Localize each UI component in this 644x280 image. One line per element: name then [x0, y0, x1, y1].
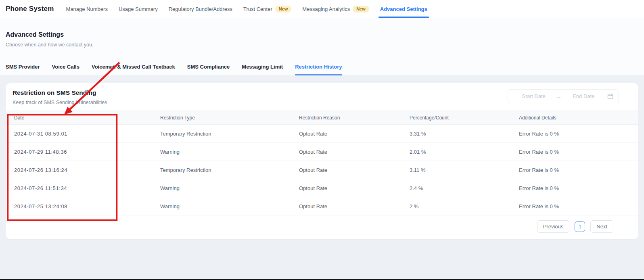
tab-sms-provider[interactable]: SMS Provider [6, 64, 40, 75]
new-badge: New [275, 6, 292, 13]
column-header-additional-details: Additional Details [510, 115, 638, 121]
top-navigation: Phone System Manage Numbers Usage Summar… [0, 0, 644, 18]
cell-percentage-count: 3.31 % [401, 131, 510, 137]
nav-item-label: Advanced Settings [380, 6, 427, 12]
cell-date: 2024-07-26 11:51:34 [6, 185, 152, 191]
tab-voice-calls[interactable]: Voice Calls [52, 64, 79, 75]
column-header-date: Date [6, 115, 152, 121]
previous-page-button[interactable]: Previous [537, 220, 570, 233]
card-header: Restriction on SMS Sending Keep track of… [6, 83, 638, 111]
nav-item-label: Trust Center [243, 6, 272, 12]
cell-restriction-reason: Optout Rate [291, 167, 401, 173]
cell-restriction-type: Temporary Restriction [152, 167, 291, 173]
nav-item-regulatory-bundle-address[interactable]: Regulatory Bundle/Address [169, 0, 232, 18]
table-row: 2024-07-31 08:59:01 Temporary Restrictio… [6, 125, 638, 143]
cell-restriction-type: Warning [152, 185, 291, 191]
table-row: 2024-07-26 13:16:24 Temporary Restrictio… [6, 161, 638, 179]
card-title-block: Restriction on SMS Sending Keep track of… [13, 89, 107, 105]
arrow-right-icon: → [554, 93, 563, 100]
app-title: Phone System [6, 5, 54, 13]
restriction-history-card: Restriction on SMS Sending Keep track of… [6, 83, 638, 239]
cell-additional-details: Error Rate is 0 % [510, 185, 638, 191]
card-subtitle: Keep track of SMS Sending Vulnerabilitie… [13, 100, 107, 105]
cell-percentage-count: 2.01 % [401, 149, 510, 155]
page-subtitle: Choose when and how we contact you. [6, 42, 644, 48]
table-row: 2024-07-29 11:48:36 Warning Optout Rate … [6, 143, 638, 161]
date-range-picker[interactable]: Start Date → End Date [508, 89, 619, 103]
nav-item-manage-numbers[interactable]: Manage Numbers [66, 0, 108, 18]
table-body: 2024-07-31 08:59:01 Temporary Restrictio… [6, 125, 638, 215]
cell-additional-details: Error Rate is 0 % [510, 203, 638, 209]
new-badge: New [353, 6, 369, 13]
table-row: 2024-07-25 13:24:08 Warning Optout Rate … [6, 197, 638, 215]
cell-additional-details: Error Rate is 0 % [510, 167, 638, 173]
cell-percentage-count: 2 % [401, 203, 510, 209]
cell-restriction-reason: Optout Rate [291, 185, 401, 191]
end-date-input[interactable]: End Date [563, 93, 604, 99]
card-title: Restriction on SMS Sending [13, 89, 107, 96]
table-header-row: Date Restriction Type Restriction Reason… [6, 111, 638, 125]
page-number-button[interactable]: 1 [575, 221, 585, 232]
cell-date: 2024-07-25 13:24:08 [6, 203, 152, 209]
cell-restriction-reason: Optout Rate [291, 149, 401, 155]
cell-percentage-count: 2.4 % [401, 185, 510, 191]
calendar-icon[interactable] [607, 93, 613, 99]
tab-messaging-limit[interactable]: Messaging Limit [242, 64, 283, 75]
cell-additional-details: Error Rate is 0 % [510, 149, 638, 155]
settings-tab-bar: SMS Provider Voice Calls Voicemail & Mis… [6, 64, 644, 75]
cell-restriction-reason: Optout Rate [291, 131, 401, 137]
cell-restriction-reason: Optout Rate [291, 203, 401, 209]
restriction-history-table: Date Restriction Type Restriction Reason… [6, 111, 638, 215]
content-area: Restriction on SMS Sending Keep track of… [0, 76, 644, 239]
cell-restriction-type: Temporary Restriction [152, 131, 291, 137]
next-page-button[interactable]: Next [590, 220, 613, 233]
nav-item-usage-summary[interactable]: Usage Summary [119, 0, 158, 18]
nav-item-label: Usage Summary [119, 6, 158, 12]
tab-voicemail-missed-call-textback[interactable]: Voicemail & Missed Call Textback [92, 64, 175, 75]
pagination: Previous 1 Next [6, 215, 638, 234]
cell-percentage-count: 3.11 % [401, 167, 510, 173]
table-row: 2024-07-26 11:51:34 Warning Optout Rate … [6, 179, 638, 197]
cell-additional-details: Error Rate is 0 % [510, 131, 638, 137]
page-title: Advanced Settings [6, 31, 644, 38]
page-header: Advanced Settings Choose when and how we… [0, 18, 644, 76]
cell-date: 2024-07-31 08:59:01 [6, 131, 152, 137]
column-header-restriction-type: Restriction Type [152, 115, 291, 121]
cell-date: 2024-07-26 13:16:24 [6, 167, 152, 173]
cell-date: 2024-07-29 11:48:36 [6, 149, 152, 155]
cell-restriction-type: Warning [152, 149, 291, 155]
column-header-restriction-reason: Restriction Reason [291, 115, 401, 121]
nav-item-messaging-analytics[interactable]: Messaging Analytics New [302, 0, 369, 18]
nav-item-label: Messaging Analytics [302, 6, 350, 12]
nav-item-label: Manage Numbers [66, 6, 108, 12]
nav-item-advanced-settings[interactable]: Advanced Settings [380, 0, 427, 18]
nav-item-trust-center[interactable]: Trust Center New [243, 0, 291, 18]
column-header-percentage-count: Percentage/Count [401, 115, 510, 121]
tab-sms-compliance[interactable]: SMS Compliance [187, 64, 230, 75]
cell-restriction-type: Warning [152, 203, 291, 209]
tab-restriction-history[interactable]: Restriction History [295, 64, 342, 75]
start-date-input[interactable]: Start Date [513, 93, 554, 99]
nav-item-label: Regulatory Bundle/Address [169, 6, 232, 12]
